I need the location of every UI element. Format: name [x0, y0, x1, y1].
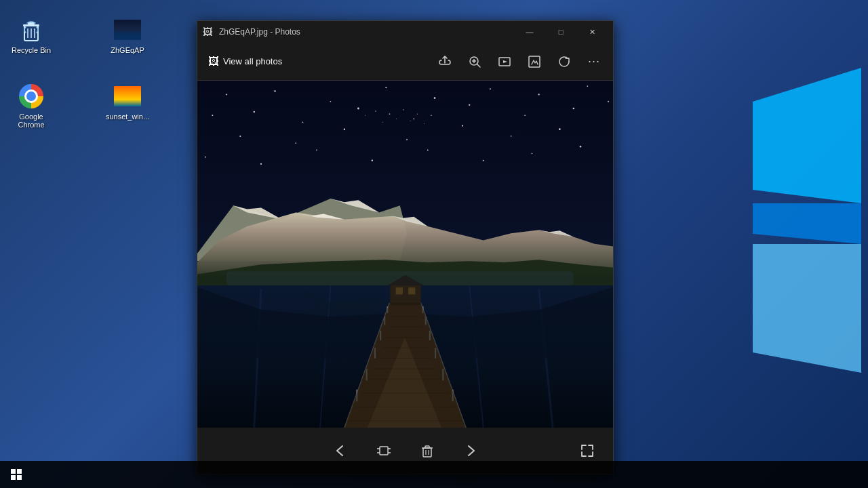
svg-line-10	[477, 64, 481, 67]
more-options-button[interactable]: ···	[580, 48, 608, 75]
svg-point-50	[365, 115, 366, 116]
photos-app-icon: 🖼	[203, 26, 212, 37]
svg-point-27	[302, 122, 304, 123]
photo-display-area	[197, 81, 613, 428]
svg-rect-103	[408, 287, 415, 294]
svg-rect-105	[226, 272, 574, 285]
toolbar: 🖼 View all photos	[197, 43, 613, 81]
recycle-bin-icon	[18, 16, 45, 43]
svg-point-31	[524, 115, 526, 116]
chrome-label: Google Chrome	[7, 113, 56, 129]
desktop-icon-chrome[interactable]: Google Chrome	[4, 80, 58, 131]
recycle-bin-label: Recycle Bin	[12, 46, 51, 54]
svg-point-26	[254, 111, 255, 113]
svg-point-56	[410, 121, 411, 121]
zhgeqap-thumbnail	[114, 16, 141, 43]
svg-point-29	[413, 118, 414, 119]
svg-point-40	[559, 128, 561, 130]
svg-point-33	[608, 101, 609, 102]
svg-point-51	[375, 110, 376, 112]
svg-rect-113	[425, 446, 429, 448]
svg-marker-14	[503, 60, 507, 63]
svg-point-46	[483, 160, 484, 161]
windows-logo-icon	[11, 469, 22, 480]
svg-marker-1	[753, 203, 861, 244]
window-title: ZhGEqAP.jpg - Photos	[216, 27, 514, 37]
desktop-icon-zhgeqap[interactable]: ZhGEqAP	[100, 14, 155, 57]
svg-point-48	[580, 146, 581, 147]
svg-rect-106	[380, 447, 388, 455]
svg-marker-0	[753, 68, 861, 203]
desktop-icon-sunset[interactable]: sunset_win...	[100, 80, 155, 123]
svg-point-52	[382, 122, 383, 123]
svg-point-47	[532, 153, 533, 155]
svg-point-30	[469, 104, 470, 106]
sunset-label: sunset_win...	[106, 113, 149, 121]
svg-rect-102	[396, 287, 403, 294]
svg-point-20	[385, 87, 387, 88]
taskbar	[0, 461, 868, 488]
title-bar: 🖼 ZhGEqAP.jpg - Photos — □ ✕	[197, 21, 613, 43]
svg-point-32	[573, 108, 574, 109]
svg-point-44	[372, 160, 373, 161]
title-bar-controls: — □ ✕	[514, 21, 608, 43]
svg-point-57	[417, 113, 418, 114]
windows10-logo	[753, 68, 868, 373]
slideshow-icon-button[interactable]	[491, 48, 518, 75]
svg-rect-111	[423, 448, 431, 457]
enhance-icon-button[interactable]	[521, 48, 548, 75]
rotate-icon-button[interactable]	[551, 48, 578, 75]
photos-grid-icon: 🖼	[208, 56, 219, 68]
svg-point-18	[274, 90, 275, 92]
svg-point-23	[538, 94, 539, 95]
svg-point-24	[587, 85, 588, 87]
svg-point-28	[357, 108, 359, 110]
chrome-icon	[18, 83, 45, 110]
svg-point-19	[330, 101, 332, 102]
view-all-photos-button[interactable]: 🖼 View all photos	[203, 52, 288, 72]
svg-point-25	[212, 115, 213, 116]
svg-rect-4	[23, 24, 39, 26]
svg-point-59	[431, 115, 432, 116]
svg-point-54	[396, 119, 397, 119]
view-all-label: View all photos	[223, 56, 282, 66]
svg-point-36	[344, 128, 345, 129]
svg-point-55	[403, 109, 404, 110]
svg-point-35	[295, 142, 296, 144]
share-icon-button[interactable]	[431, 48, 458, 75]
svg-marker-2	[753, 244, 861, 373]
close-button[interactable]: ✕	[576, 21, 608, 43]
svg-point-37	[406, 139, 408, 140]
svg-point-58	[424, 123, 425, 124]
svg-point-38	[462, 125, 463, 126]
svg-point-45	[427, 149, 429, 150]
start-button[interactable]	[0, 461, 33, 488]
desktop-icon-recycle-bin[interactable]: Recycle Bin	[4, 14, 58, 57]
sunset-thumbnail	[114, 83, 141, 110]
svg-point-34	[239, 136, 241, 137]
svg-rect-100	[390, 284, 420, 305]
zoom-icon-button[interactable]	[461, 48, 488, 75]
minimize-button[interactable]: —	[514, 21, 545, 43]
svg-point-22	[490, 88, 491, 89]
svg-point-21	[434, 97, 436, 99]
svg-point-42	[260, 163, 262, 165]
desktop: Recycle Bin ZhGEqAP Google Chrome sunset…	[0, 0, 868, 488]
svg-point-41	[205, 157, 206, 158]
zhgeqap-label: ZhGEqAP	[111, 46, 144, 54]
maximize-button[interactable]: □	[545, 21, 576, 43]
svg-point-17	[226, 94, 227, 95]
svg-point-39	[511, 136, 512, 137]
photos-window: 🖼 ZhGEqAP.jpg - Photos — □ ✕ 🖼 View all …	[197, 20, 614, 474]
svg-point-53	[389, 113, 391, 115]
svg-point-43	[316, 150, 317, 151]
